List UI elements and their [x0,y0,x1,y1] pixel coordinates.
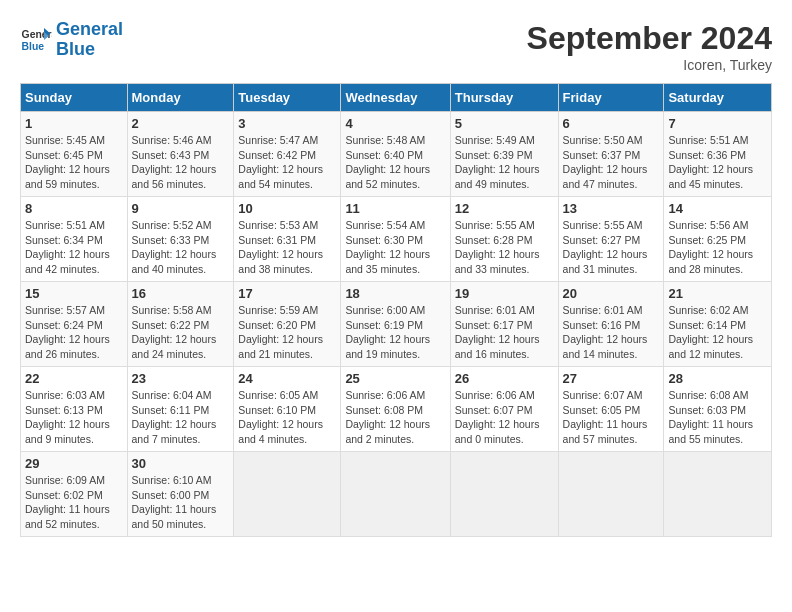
day-number: 28 [668,371,767,386]
day-detail: Sunrise: 5:58 AM Sunset: 6:22 PM Dayligh… [132,303,230,362]
col-monday: Monday [127,84,234,112]
calendar-cell: 28 Sunrise: 6:08 AM Sunset: 6:03 PM Dayl… [664,367,772,452]
day-number: 20 [563,286,660,301]
day-number: 18 [345,286,445,301]
day-number: 22 [25,371,123,386]
day-number: 13 [563,201,660,216]
day-detail: Sunrise: 5:47 AM Sunset: 6:42 PM Dayligh… [238,133,336,192]
calendar-cell: 6 Sunrise: 5:50 AM Sunset: 6:37 PM Dayli… [558,112,664,197]
calendar-cell: 29 Sunrise: 6:09 AM Sunset: 6:02 PM Dayl… [21,452,128,537]
calendar-cell: 19 Sunrise: 6:01 AM Sunset: 6:17 PM Dayl… [450,282,558,367]
day-number: 10 [238,201,336,216]
calendar-cell [558,452,664,537]
calendar-cell: 26 Sunrise: 6:06 AM Sunset: 6:07 PM Dayl… [450,367,558,452]
day-detail: Sunrise: 6:06 AM Sunset: 6:08 PM Dayligh… [345,388,445,447]
day-detail: Sunrise: 5:45 AM Sunset: 6:45 PM Dayligh… [25,133,123,192]
day-number: 30 [132,456,230,471]
col-saturday: Saturday [664,84,772,112]
day-detail: Sunrise: 6:01 AM Sunset: 6:17 PM Dayligh… [455,303,554,362]
day-detail: Sunrise: 6:09 AM Sunset: 6:02 PM Dayligh… [25,473,123,532]
day-detail: Sunrise: 5:50 AM Sunset: 6:37 PM Dayligh… [563,133,660,192]
day-number: 5 [455,116,554,131]
calendar-cell: 5 Sunrise: 5:49 AM Sunset: 6:39 PM Dayli… [450,112,558,197]
calendar-cell: 18 Sunrise: 6:00 AM Sunset: 6:19 PM Dayl… [341,282,450,367]
day-detail: Sunrise: 5:56 AM Sunset: 6:25 PM Dayligh… [668,218,767,277]
day-detail: Sunrise: 5:59 AM Sunset: 6:20 PM Dayligh… [238,303,336,362]
calendar-cell [450,452,558,537]
day-detail: Sunrise: 5:55 AM Sunset: 6:28 PM Dayligh… [455,218,554,277]
calendar-cell: 24 Sunrise: 6:05 AM Sunset: 6:10 PM Dayl… [234,367,341,452]
calendar-cell: 2 Sunrise: 5:46 AM Sunset: 6:43 PM Dayli… [127,112,234,197]
day-number: 21 [668,286,767,301]
col-friday: Friday [558,84,664,112]
day-detail: Sunrise: 5:51 AM Sunset: 6:34 PM Dayligh… [25,218,123,277]
day-number: 12 [455,201,554,216]
day-detail: Sunrise: 5:49 AM Sunset: 6:39 PM Dayligh… [455,133,554,192]
day-number: 19 [455,286,554,301]
page-header: General Blue GeneralBlue September 2024 … [20,20,772,73]
day-detail: Sunrise: 6:03 AM Sunset: 6:13 PM Dayligh… [25,388,123,447]
day-detail: Sunrise: 5:55 AM Sunset: 6:27 PM Dayligh… [563,218,660,277]
day-detail: Sunrise: 6:00 AM Sunset: 6:19 PM Dayligh… [345,303,445,362]
calendar-cell: 7 Sunrise: 5:51 AM Sunset: 6:36 PM Dayli… [664,112,772,197]
calendar-cell [341,452,450,537]
calendar-header: Sunday Monday Tuesday Wednesday Thursday… [21,84,772,112]
calendar-cell: 8 Sunrise: 5:51 AM Sunset: 6:34 PM Dayli… [21,197,128,282]
logo: General Blue GeneralBlue [20,20,123,60]
day-number: 25 [345,371,445,386]
day-detail: Sunrise: 6:02 AM Sunset: 6:14 PM Dayligh… [668,303,767,362]
day-number: 9 [132,201,230,216]
calendar-cell [234,452,341,537]
day-number: 26 [455,371,554,386]
calendar-cell: 21 Sunrise: 6:02 AM Sunset: 6:14 PM Dayl… [664,282,772,367]
calendar-cell: 11 Sunrise: 5:54 AM Sunset: 6:30 PM Dayl… [341,197,450,282]
calendar-table: Sunday Monday Tuesday Wednesday Thursday… [20,83,772,537]
day-number: 8 [25,201,123,216]
day-detail: Sunrise: 5:57 AM Sunset: 6:24 PM Dayligh… [25,303,123,362]
calendar-cell: 4 Sunrise: 5:48 AM Sunset: 6:40 PM Dayli… [341,112,450,197]
title-block: September 2024 Icoren, Turkey [527,20,772,73]
logo-text: GeneralBlue [56,20,123,60]
svg-text:Blue: Blue [22,40,45,51]
day-detail: Sunrise: 5:53 AM Sunset: 6:31 PM Dayligh… [238,218,336,277]
calendar-cell: 3 Sunrise: 5:47 AM Sunset: 6:42 PM Dayli… [234,112,341,197]
calendar-cell: 17 Sunrise: 5:59 AM Sunset: 6:20 PM Dayl… [234,282,341,367]
logo-icon: General Blue [20,24,52,56]
calendar-cell: 25 Sunrise: 6:06 AM Sunset: 6:08 PM Dayl… [341,367,450,452]
day-detail: Sunrise: 6:08 AM Sunset: 6:03 PM Dayligh… [668,388,767,447]
day-number: 17 [238,286,336,301]
calendar-cell: 14 Sunrise: 5:56 AM Sunset: 6:25 PM Dayl… [664,197,772,282]
day-number: 23 [132,371,230,386]
day-number: 27 [563,371,660,386]
day-number: 15 [25,286,123,301]
month-title: September 2024 [527,20,772,57]
day-number: 16 [132,286,230,301]
day-detail: Sunrise: 5:54 AM Sunset: 6:30 PM Dayligh… [345,218,445,277]
calendar-body: 1 Sunrise: 5:45 AM Sunset: 6:45 PM Dayli… [21,112,772,537]
day-number: 1 [25,116,123,131]
calendar-cell: 20 Sunrise: 6:01 AM Sunset: 6:16 PM Dayl… [558,282,664,367]
calendar-cell: 27 Sunrise: 6:07 AM Sunset: 6:05 PM Dayl… [558,367,664,452]
day-detail: Sunrise: 5:52 AM Sunset: 6:33 PM Dayligh… [132,218,230,277]
day-number: 11 [345,201,445,216]
day-detail: Sunrise: 6:05 AM Sunset: 6:10 PM Dayligh… [238,388,336,447]
col-tuesday: Tuesday [234,84,341,112]
calendar-cell [664,452,772,537]
day-detail: Sunrise: 6:07 AM Sunset: 6:05 PM Dayligh… [563,388,660,447]
calendar-cell: 23 Sunrise: 6:04 AM Sunset: 6:11 PM Dayl… [127,367,234,452]
day-number: 29 [25,456,123,471]
col-wednesday: Wednesday [341,84,450,112]
calendar-cell: 1 Sunrise: 5:45 AM Sunset: 6:45 PM Dayli… [21,112,128,197]
col-sunday: Sunday [21,84,128,112]
calendar-cell: 12 Sunrise: 5:55 AM Sunset: 6:28 PM Dayl… [450,197,558,282]
day-detail: Sunrise: 6:06 AM Sunset: 6:07 PM Dayligh… [455,388,554,447]
day-detail: Sunrise: 6:10 AM Sunset: 6:00 PM Dayligh… [132,473,230,532]
day-number: 2 [132,116,230,131]
location-subtitle: Icoren, Turkey [527,57,772,73]
day-detail: Sunrise: 5:48 AM Sunset: 6:40 PM Dayligh… [345,133,445,192]
calendar-cell: 16 Sunrise: 5:58 AM Sunset: 6:22 PM Dayl… [127,282,234,367]
calendar-cell: 9 Sunrise: 5:52 AM Sunset: 6:33 PM Dayli… [127,197,234,282]
calendar-cell: 15 Sunrise: 5:57 AM Sunset: 6:24 PM Dayl… [21,282,128,367]
calendar-cell: 13 Sunrise: 5:55 AM Sunset: 6:27 PM Dayl… [558,197,664,282]
calendar-cell: 10 Sunrise: 5:53 AM Sunset: 6:31 PM Dayl… [234,197,341,282]
